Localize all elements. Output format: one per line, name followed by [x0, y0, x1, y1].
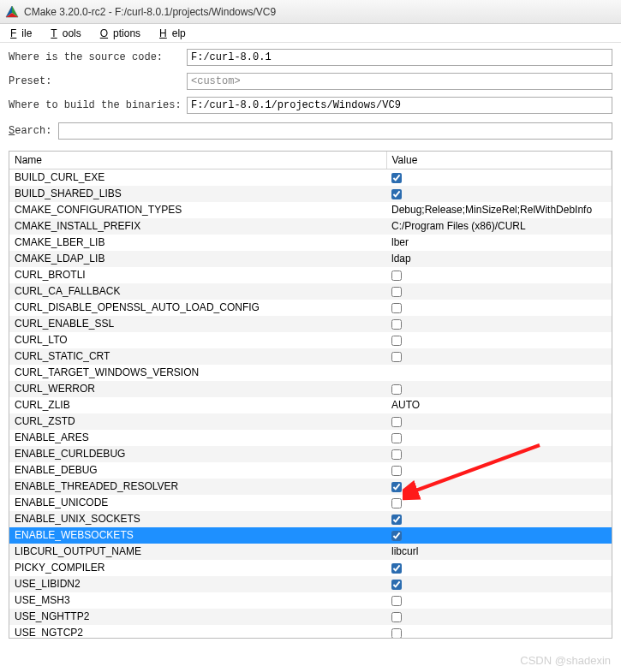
- cache-entry-value[interactable]: [386, 316, 612, 332]
- table-row[interactable]: CURL_CA_FALLBACK: [9, 283, 612, 300]
- table-row[interactable]: ENABLE_ARES: [9, 430, 612, 446]
- cache-checkbox[interactable]: [391, 449, 402, 460]
- cache-checkbox[interactable]: [391, 352, 402, 362]
- cache-checkbox[interactable]: [391, 466, 402, 476]
- table-row[interactable]: BUILD_CURL_EXE: [9, 169, 612, 187]
- cache-entry-value[interactable]: lber: [386, 235, 612, 251]
- cache-checkbox[interactable]: [391, 563, 402, 574]
- table-row[interactable]: CMAKE_LBER_LIBlber: [9, 235, 612, 251]
- cache-entry-name: ENABLE_ARES: [9, 430, 386, 446]
- cache-checkbox[interactable]: [391, 319, 402, 330]
- table-row[interactable]: LIBCURL_OUTPUT_NAMElibcurl: [9, 544, 612, 560]
- table-row[interactable]: CURL_STATIC_CRT: [9, 348, 612, 365]
- build-input[interactable]: [187, 97, 612, 114]
- cache-entry-value[interactable]: [386, 576, 612, 592]
- table-row[interactable]: CMAKE_INSTALL_PREFIXC:/Program Files (x8…: [9, 218, 612, 235]
- table-row[interactable]: CURL_WERROR: [9, 381, 612, 397]
- cache-entry-value[interactable]: libcurl: [386, 544, 612, 560]
- cache-checkbox[interactable]: [391, 628, 402, 639]
- cache-checkbox[interactable]: [391, 596, 402, 606]
- table-row[interactable]: CMAKE_CONFIGURATION_TYPESDebug;Release;M…: [9, 202, 612, 218]
- table-row[interactable]: ENABLE_WEBSOCKETS: [9, 527, 612, 544]
- cache-checkbox[interactable]: [391, 417, 402, 427]
- cache-checkbox[interactable]: [391, 271, 402, 281]
- cache-checkbox[interactable]: [391, 580, 402, 590]
- table-row[interactable]: ENABLE_THREADED_RESOLVER: [9, 479, 612, 495]
- cache-entry-value[interactable]: [386, 479, 612, 495]
- table-row[interactable]: CURL_BROTLI: [9, 267, 612, 283]
- table-row[interactable]: CMAKE_LDAP_LIBldap: [9, 251, 612, 267]
- cache-entry-value[interactable]: AUTO: [386, 397, 612, 413]
- table-row[interactable]: USE_NGTCP2: [9, 625, 612, 639]
- cache-entry-value[interactable]: [386, 511, 612, 527]
- cache-entry-value[interactable]: [386, 283, 612, 300]
- preset-label: Preset:: [9, 75, 180, 87]
- cache-entry-value[interactable]: [386, 495, 612, 511]
- table-row[interactable]: ENABLE_DEBUG: [9, 462, 612, 479]
- cache-checkbox[interactable]: [391, 612, 402, 622]
- cache-checkbox[interactable]: [391, 433, 402, 443]
- table-row[interactable]: ENABLE_UNIX_SOCKETS: [9, 511, 612, 527]
- cache-entry-value[interactable]: [386, 625, 612, 639]
- table-row[interactable]: USE_NGHTTP2: [9, 609, 612, 625]
- cache-entry-value[interactable]: [386, 527, 612, 544]
- cache-entry-value[interactable]: [386, 169, 612, 187]
- cache-checkbox[interactable]: [391, 514, 402, 525]
- cache-entry-value[interactable]: [386, 592, 612, 609]
- menu-tools[interactable]: Tools: [45, 26, 91, 41]
- cache-entry-value[interactable]: [386, 365, 612, 381]
- table-row[interactable]: ENABLE_UNICODE: [9, 495, 612, 511]
- cache-entry-value[interactable]: Debug;Release;MinSizeRel;RelWithDebInfo: [386, 202, 612, 218]
- table-row[interactable]: ENABLE_CURLDEBUG: [9, 446, 612, 462]
- column-header-value[interactable]: Value: [386, 152, 612, 169]
- cache-checkbox[interactable]: [391, 384, 402, 395]
- menu-file[interactable]: File: [5, 26, 42, 41]
- table-row[interactable]: PICKY_COMPILER: [9, 560, 612, 576]
- cache-checkbox[interactable]: [391, 287, 402, 297]
- cache-checkbox[interactable]: [391, 173, 402, 183]
- cache-entry-value[interactable]: [386, 609, 612, 625]
- cache-entry-value[interactable]: [386, 430, 612, 446]
- table-row[interactable]: CURL_ZSTD: [9, 413, 612, 430]
- cache-entry-value[interactable]: [386, 560, 612, 576]
- table-row[interactable]: USE_MSH3: [9, 592, 612, 609]
- cache-checkbox[interactable]: [391, 336, 402, 346]
- cache-entry-value[interactable]: C:/Program Files (x86)/CURL: [386, 218, 612, 235]
- cache-entry-value[interactable]: [386, 413, 612, 430]
- cache-entry-value[interactable]: [386, 300, 612, 316]
- source-label: Where is the source code:: [9, 51, 180, 63]
- cache-entry-name: ENABLE_WEBSOCKETS: [9, 527, 386, 544]
- cache-checkbox[interactable]: [391, 531, 402, 541]
- table-row[interactable]: CURL_DISABLE_OPENSSL_AUTO_LOAD_CONFIG: [9, 300, 612, 316]
- cache-entry-value[interactable]: ldap: [386, 251, 612, 267]
- table-row[interactable]: CURL_ZLIBAUTO: [9, 397, 612, 413]
- cache-entry-name: ENABLE_THREADED_RESOLVER: [9, 479, 386, 495]
- search-input[interactable]: [58, 122, 612, 140]
- cache-entry-value[interactable]: [386, 348, 612, 365]
- table-row[interactable]: CURL_LTO: [9, 332, 612, 348]
- table-row[interactable]: BUILD_SHARED_LIBS: [9, 186, 612, 202]
- preset-input[interactable]: [187, 73, 612, 90]
- cache-entry-name: CURL_BROTLI: [9, 267, 386, 283]
- cache-entry-name: CURL_STATIC_CRT: [9, 348, 386, 365]
- cache-checkbox[interactable]: [391, 189, 402, 199]
- source-input[interactable]: [187, 49, 612, 66]
- menu-help[interactable]: Help: [154, 26, 196, 41]
- cache-entry-value[interactable]: [386, 381, 612, 397]
- cache-entry-name: USE_LIBIDN2: [9, 576, 386, 592]
- table-row[interactable]: USE_LIBIDN2: [9, 576, 612, 592]
- cache-entry-value[interactable]: [386, 446, 612, 462]
- cache-checkbox[interactable]: [391, 482, 402, 492]
- cache-checkbox[interactable]: [391, 303, 402, 313]
- cache-checkbox[interactable]: [391, 498, 402, 508]
- cache-entry-name: CURL_TARGET_WINDOWS_VERSION: [9, 365, 386, 381]
- table-row[interactable]: CURL_TARGET_WINDOWS_VERSION: [9, 365, 612, 381]
- cache-entry-value[interactable]: [386, 462, 612, 479]
- search-label: Search:: [9, 125, 51, 137]
- column-header-name[interactable]: Name: [9, 152, 386, 169]
- table-row[interactable]: CURL_ENABLE_SSL: [9, 316, 612, 332]
- cache-entry-value[interactable]: [386, 186, 612, 202]
- cache-entry-value[interactable]: [386, 267, 612, 283]
- menu-options[interactable]: Options: [95, 26, 151, 41]
- cache-entry-value[interactable]: [386, 332, 612, 348]
